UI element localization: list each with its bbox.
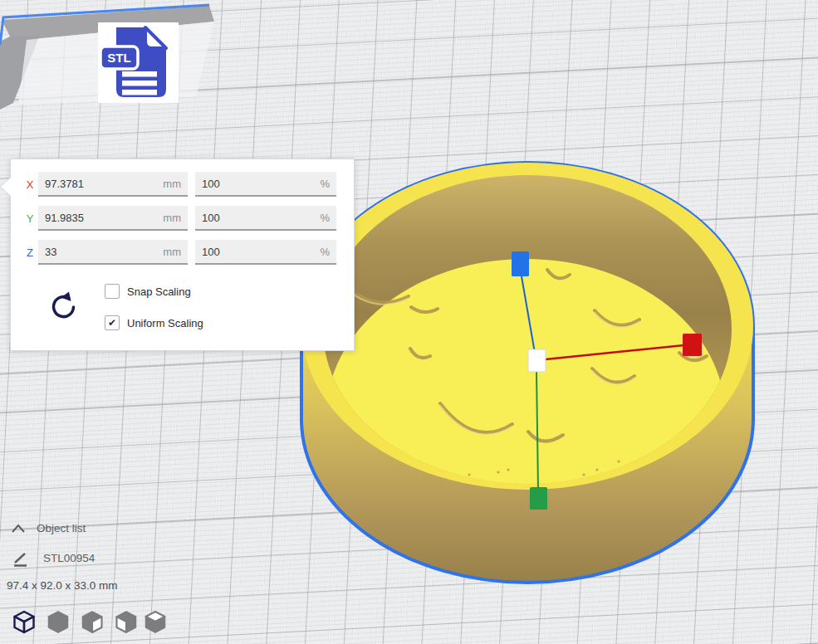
y-mm-unit: mm [163,212,181,224]
cube-right-face-icon [80,609,105,634]
x-mm-unit: mm [163,178,181,190]
uniform-scaling-checkbox[interactable]: ✔ [105,315,120,330]
object-list-header[interactable]: Object list [37,522,86,534]
view-top-button[interactable] [80,609,105,634]
z-percent-unit: % [320,246,330,258]
cube-left-face-icon [114,609,139,634]
cube-solid-icon [46,609,71,634]
scale-row-y: Y 91.9835 mm 100 % [11,206,336,231]
x-scale-handle[interactable] [683,334,702,356]
snap-scaling-label: Snap Scaling [127,285,191,298]
scale-tool-panel: X 97.3781 mm 100 % Y 91.9835 mm 100 % Z … [10,159,355,351]
y-percent-value: 100 [202,212,220,224]
y-percent-input[interactable]: 100 % [195,206,336,231]
snap-scaling-checkbox[interactable] [105,284,120,299]
view-front-button[interactable] [46,609,71,634]
cube-3d-icon [12,609,37,634]
x-mm-input[interactable]: 97.3781 mm [38,172,188,197]
x-axis-label: X [22,178,38,191]
z-scale-handle[interactable] [512,251,529,276]
y-percent-unit: % [320,212,330,224]
uniform-scaling-label: Uniform Scaling [127,317,203,329]
y-mm-input[interactable]: 91.9835 mm [38,206,188,231]
z-percent-value: 100 [202,246,220,258]
x-percent-value: 100 [202,178,220,190]
view-3d-button[interactable] [12,609,37,634]
y-axis-label: Y [22,212,38,225]
stl-document-icon: STL [98,22,179,103]
panel-pointer [1,178,11,196]
z-percent-input[interactable]: 100 % [195,240,336,265]
z-mm-unit: mm [163,246,181,258]
reset-arrow-icon [49,290,79,320]
x-percent-unit: % [320,178,330,190]
view-left-button[interactable] [114,609,139,634]
z-axis-label: Z [22,246,38,259]
object-list-item[interactable]: STL00954 [43,552,95,564]
stl-badge-label: STL [107,51,130,65]
scale-row-x: X 97.3781 mm 100 % [11,172,336,197]
x-mm-value: 97.3781 [45,178,84,190]
snap-scaling-option[interactable]: Snap Scaling [105,284,191,299]
chevron-up-icon[interactable] [10,522,27,535]
cube-top-face-icon [143,609,168,634]
scale-row-z: Z 33 mm 100 % [11,240,336,265]
center-scale-handle[interactable] [528,349,546,372]
uniform-scaling-option[interactable]: ✔ Uniform Scaling [105,315,203,330]
selection-dimensions: 97.4 x 92.0 x 33.0 mm [7,579,118,592]
y-scale-handle[interactable] [530,487,547,510]
model-stl00954[interactable] [301,163,753,583]
x-percent-input[interactable]: 100 % [195,172,336,197]
object-item-icon [12,550,30,568]
z-mm-value: 33 [45,246,56,258]
z-mm-input[interactable]: 33 mm [38,240,188,265]
reset-scale-button[interactable] [49,290,79,320]
y-mm-value: 91.9835 [45,212,84,224]
view-right-button[interactable] [143,609,168,634]
stl-file-icon[interactable]: STL [98,22,179,103]
